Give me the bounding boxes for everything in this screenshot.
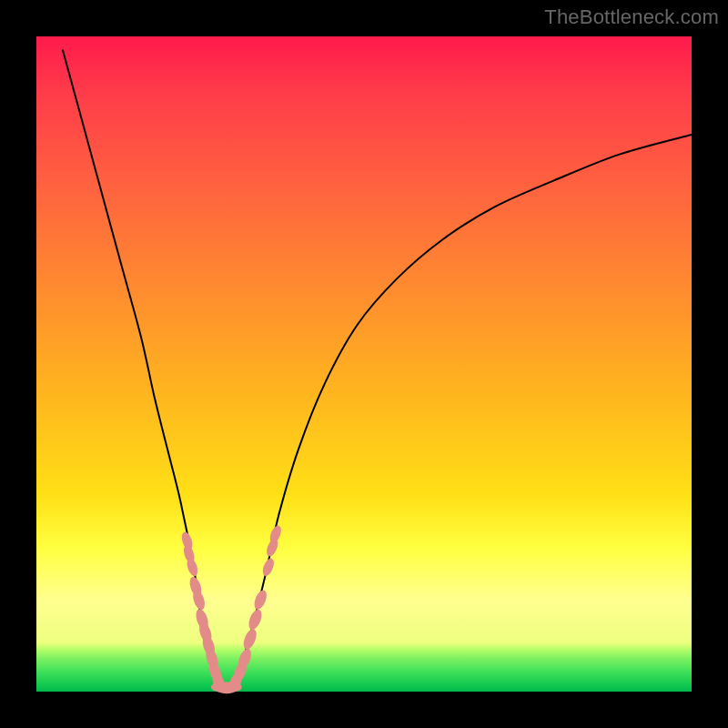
data-marker <box>260 557 276 578</box>
data-marker <box>268 524 283 545</box>
data-marker <box>241 627 259 651</box>
chart-container: TheBottleneck.com <box>0 0 728 728</box>
markers-group <box>180 524 284 694</box>
watermark-text: TheBottleneck.com <box>544 5 719 29</box>
chart-svg <box>36 36 692 692</box>
data-marker <box>252 589 269 612</box>
data-marker <box>247 608 265 632</box>
plot-area <box>36 36 692 692</box>
curve-right <box>233 135 692 692</box>
